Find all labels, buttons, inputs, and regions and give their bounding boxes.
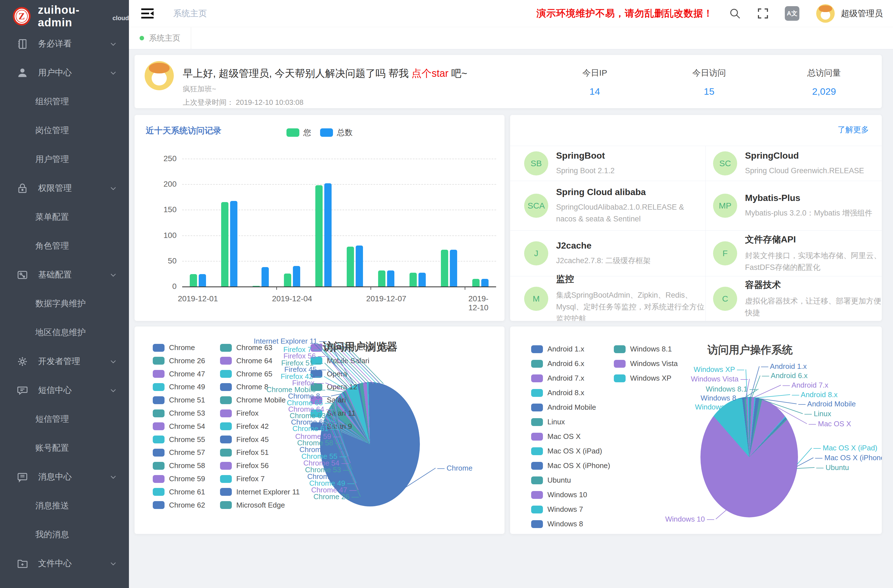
pie-label-Android 7.x: — Android 7.x [783, 381, 828, 389]
pie-legend-item-Android 8.x[interactable]: Android 8.x [531, 388, 585, 397]
sidebar-group-1[interactable]: 用户中心 [0, 58, 129, 87]
tab-system-home[interactable]: 系统主页 [129, 27, 191, 49]
sidebar-group-18[interactable]: 文件中心 [0, 549, 129, 578]
sidebar-item-label: 短信中心 [38, 385, 72, 396]
star-link[interactable]: 点个star [412, 68, 448, 79]
sidebar-group-8[interactable]: 基础配置 [0, 260, 129, 289]
legend-label: Chrome 64 [236, 356, 272, 365]
sidebar-subitem-3[interactable]: 岗位管理 [0, 116, 129, 145]
breadcrumb[interactable]: 系统主页 [173, 8, 207, 20]
app-logo[interactable]: Z zuihou-admin cloud [0, 0, 129, 33]
username[interactable]: 超级管理员 [841, 8, 883, 20]
pie-legend-item-Windows 10[interactable]: Windows 10 [531, 490, 587, 499]
stat-label: 总访问量 [782, 67, 866, 79]
pie-legend-item-Chrome 57[interactable]: Chrome 57 [153, 448, 205, 457]
chevron-down-icon [109, 40, 117, 48]
pie-legend-item-Chrome 26[interactable]: Chrome 26 [153, 356, 205, 365]
sidebar-group-11[interactable]: 开发者管理 [0, 347, 129, 376]
pie-legend-item-Mac OS X (iPad)[interactable]: Mac OS X (iPad) [531, 447, 602, 456]
legend-swatch [153, 383, 164, 391]
bar-总数-2019-12-09 [450, 250, 457, 286]
legend-swatch [153, 475, 164, 483]
pie-legend-item-Android Mobile[interactable]: Android Mobile [531, 403, 596, 412]
pie-legend-item-Windows XP[interactable]: Windows XP [614, 374, 671, 383]
learn-more-link[interactable]: 了解更多 [837, 125, 869, 135]
legend-swatch [153, 344, 164, 352]
legend-label: Firefox 42 [236, 422, 269, 431]
pie-legend-item-Chrome 55[interactable]: Chrome 55 [153, 435, 205, 444]
pie-legend-item-Firefox 45[interactable]: Firefox 45 [220, 435, 269, 444]
sidebar-subitem-9[interactable]: 数据字典维护 [0, 289, 129, 318]
pie-legend-item-Chrome 8[interactable]: Chrome 8 [220, 383, 268, 391]
pie-legend-item-Microsoft Edge[interactable]: Microsoft Edge [220, 501, 285, 510]
sidebar-subitem-7[interactable]: 角色管理 [0, 232, 129, 260]
sidebar-group-0[interactable]: 务必详看 [0, 29, 129, 58]
pie-legend-item-Chrome 54[interactable]: Chrome 54 [153, 422, 205, 431]
pie-legend-item-Mac OS X (iPhone)[interactable]: Mac OS X (iPhone) [531, 461, 610, 470]
sidebar-group-12[interactable]: 短信中心 [0, 376, 129, 405]
sidebar-item-label: 角色管理 [35, 240, 69, 252]
legend-swatch [220, 475, 232, 483]
tech-item-容器技术: C容器技术虚拟化容器技术，让迁移、部署更加方便快捷 [705, 276, 882, 321]
pie-legend-item-Chrome 51[interactable]: Chrome 51 [153, 396, 205, 405]
gridline [182, 159, 496, 159]
pie-legend-item-Internet Explorer 11[interactable]: Internet Explorer 11 [220, 488, 300, 496]
x-axis-tickmark [371, 286, 371, 290]
sidebar-item-label: 消息推送 [35, 500, 69, 511]
pie-legend-item-Windows 8.1[interactable]: Windows 8.1 [614, 345, 672, 353]
sidebar-item-label: 消息中心 [38, 471, 72, 483]
pie-legend-item-Chrome 58[interactable]: Chrome 58 [153, 461, 205, 470]
tech-stack-card: 了解更多 SBSpringBootSpring Boot 2.1.2SCSpri… [510, 115, 882, 321]
pie-legend-item-Firefox[interactable]: Firefox [220, 409, 259, 418]
pie-legend-item-Chrome 65[interactable]: Chrome 65 [220, 370, 272, 378]
pie-legend-item-Chrome 64[interactable]: Chrome 64 [220, 356, 272, 365]
pie-legend-item-Chrome[interactable]: Chrome [153, 343, 195, 352]
user-avatar[interactable] [816, 4, 835, 23]
pie-legend-item-Firefox 42[interactable]: Firefox 42 [220, 422, 269, 431]
sidebar-group-5[interactable]: 权限管理 [0, 174, 129, 203]
sidebar-group-15[interactable]: 消息中心 [0, 462, 129, 491]
legend-label: Android 8.x [547, 388, 585, 397]
sidebar-subitem-14[interactable]: 账号配置 [0, 433, 129, 462]
collapse-menu-icon[interactable] [140, 7, 155, 20]
pie-legend-item-Mac OS X[interactable]: Mac OS X [531, 432, 580, 441]
bar-总数-2019-12-04 [293, 266, 300, 286]
pie-legend-item-Chrome 49[interactable]: Chrome 49 [153, 383, 205, 391]
pie-legend-item-Android 1.x[interactable]: Android 1.x [531, 345, 585, 353]
pie-legend-item-Chrome Mobile[interactable]: Chrome Mobile [220, 396, 286, 405]
pie-legend-item-Android 6.x[interactable]: Android 6.x [531, 359, 585, 368]
sidebar-subitem-2[interactable]: 组织管理 [0, 87, 129, 116]
pie-legend-item-Chrome 47[interactable]: Chrome 47 [153, 370, 205, 378]
pie-chart-title: 访问用户浏览器 [323, 340, 397, 354]
sidebar-subitem-10[interactable]: 地区信息维护 [0, 318, 129, 347]
language-icon[interactable]: A文 [785, 6, 799, 21]
pie-legend-item-Chrome 53[interactable]: Chrome 53 [153, 409, 205, 418]
search-icon[interactable] [729, 7, 741, 20]
demo-warning-text: 演示环境维护不易，请勿乱删乱改数据！ [537, 7, 713, 20]
pie-legend-item-Firefox 7[interactable]: Firefox 7 [220, 475, 265, 483]
pie-legend-item-Firefox 51[interactable]: Firefox 51 [220, 448, 269, 457]
sidebar-subitem-6[interactable]: 菜单配置 [0, 203, 129, 232]
legend-label: Chrome 8 [236, 383, 268, 391]
fullscreen-icon[interactable] [757, 7, 769, 20]
pie-legend-item-Windows 8[interactable]: Windows 8 [531, 520, 583, 528]
pie-legend-item-Linux[interactable]: Linux [531, 418, 565, 426]
sidebar-subitem-16[interactable]: 消息推送 [0, 491, 129, 520]
sidebar-subitem-17[interactable]: 我的消息 [0, 520, 129, 549]
pie-legend-item-Windows 7[interactable]: Windows 7 [531, 505, 583, 514]
pie-legend-item-Chrome 61[interactable]: Chrome 61 [153, 488, 205, 496]
pie-legend-item-Windows Vista[interactable]: Windows Vista [614, 359, 678, 368]
legend-swatch [614, 374, 625, 382]
sidebar-subitem-13[interactable]: 短信管理 [0, 405, 129, 433]
pie-legend-item-Chrome 59[interactable]: Chrome 59 [153, 475, 205, 483]
sidebar-subitem-4[interactable]: 用户管理 [0, 145, 129, 174]
pie-legend-item-Firefox 56[interactable]: Firefox 56 [220, 461, 269, 470]
pie-legend-item-Android 7.x[interactable]: Android 7.x [531, 374, 585, 383]
pie-legend-item-Chrome 62[interactable]: Chrome 62 [153, 501, 205, 510]
legend-swatch [153, 449, 164, 457]
tech-title: 监控 [556, 273, 705, 285]
legend-label: Firefox 56 [236, 461, 269, 470]
pie-legend-item-Ubuntu[interactable]: Ubuntu [531, 476, 571, 484]
folder-icon [16, 558, 29, 570]
legend-label: Chrome 65 [236, 370, 272, 378]
